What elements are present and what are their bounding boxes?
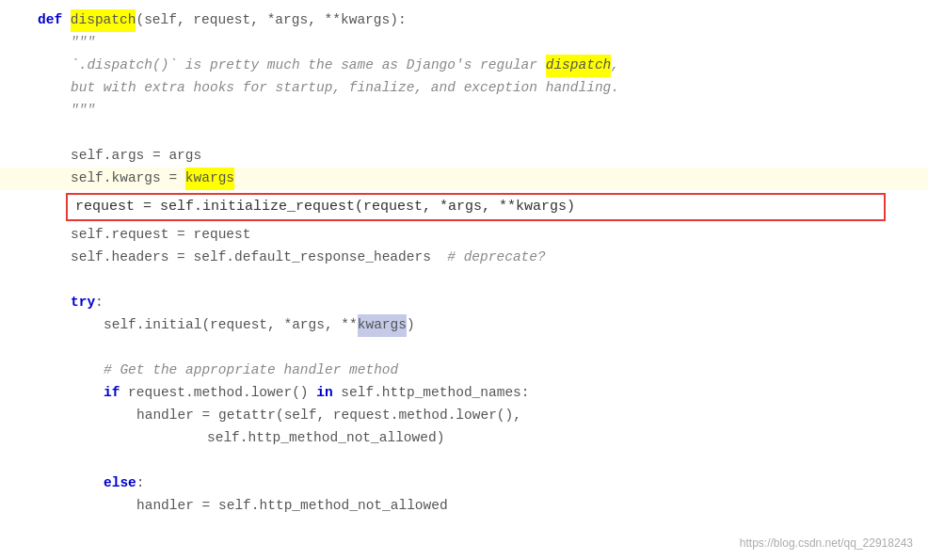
- docstring-close: """: [71, 100, 95, 121]
- colon-try: :: [95, 292, 104, 313]
- colon-else: :: [136, 472, 145, 494]
- line-try: try:: [0, 292, 928, 314]
- code-container: def dispatch(self, request, *args, **kwa…: [0, 0, 928, 560]
- line-docstring-open: """: [0, 32, 928, 55]
- code-text-self-request: self.request = request: [71, 224, 250, 246]
- keyword-try: try: [71, 292, 95, 313]
- line-handler-not-allowed: handler = self.http_method_not_allowed: [0, 495, 928, 518]
- docstring-open: """: [71, 32, 95, 54]
- line-kwargs: self.kwargs = kwargs: [0, 168, 928, 190]
- code-text-handler-default: self.http_method_not_allowed): [207, 427, 444, 449]
- highlight-dispatch: dispatch: [71, 9, 136, 31]
- keyword-in: in: [316, 382, 332, 404]
- line-def: def dispatch(self, request, *args, **kwa…: [0, 9, 928, 32]
- line-blank3: [0, 337, 928, 360]
- code-block: def dispatch(self, request, *args, **kwa…: [0, 9, 928, 518]
- code-text-args: self.args = args: [71, 145, 201, 167]
- line-comment-handler: # Get the appropriate handler method: [0, 360, 928, 382]
- line-headers: self.headers = self.default_response_hea…: [0, 247, 928, 269]
- normal-text: (self, request, *args, **kwargs):: [136, 9, 406, 31]
- line-if: if request.method.lower() in self.http_m…: [0, 382, 928, 405]
- line-args: self.args = args: [0, 145, 928, 168]
- highlight-kwargs-blue: kwargs: [358, 314, 407, 336]
- code-text-handler-assign: handler = getattr(self, request.method.l…: [136, 405, 521, 426]
- line-initial: self.initial(request, *args, **kwargs): [0, 314, 928, 337]
- line-self-request: self.request = request: [0, 224, 928, 247]
- watermark: https://blog.csdn.net/qq_22918243: [740, 535, 913, 552]
- highlight-kwargs: kwargs: [185, 168, 234, 189]
- doc-text-2: but with extra hooks for startup, finali…: [71, 77, 619, 99]
- line-blank4: [0, 450, 928, 472]
- line-blank1: [0, 122, 928, 145]
- code-text-init-request: request = self.initialize_request(reques…: [75, 199, 575, 215]
- code-text-initial-post: ): [407, 314, 415, 336]
- keyword-else: else: [104, 472, 136, 494]
- code-text-handler-not-allowed: handler = self.http_method_not_allowed: [136, 495, 448, 517]
- line-handler-assign: handler = getattr(self, request.method.l…: [0, 405, 928, 427]
- keyword-if: if: [104, 382, 120, 404]
- line-doc2: but with extra hooks for startup, finali…: [0, 77, 928, 100]
- doc-text-1: `.dispatch()` is pretty much the same as…: [71, 55, 546, 76]
- line-blank2: [0, 269, 928, 292]
- line-else: else:: [0, 472, 928, 495]
- line-doc1: `.dispatch()` is pretty much the same as…: [0, 55, 928, 77]
- highlight-dispatch-2: dispatch: [546, 55, 612, 76]
- code-text-headers: self.headers = self.default_response_hea…: [71, 247, 546, 268]
- doc-comma: ,: [611, 55, 619, 76]
- code-text-if-post: self.http_method_names:: [333, 382, 530, 404]
- code-text-if-pre: request.method.lower(): [120, 382, 316, 404]
- comment-handler: # Get the appropriate handler method: [104, 360, 398, 381]
- line-docstring-close: """: [0, 100, 928, 122]
- boxed-line: request = self.initialize_request(reques…: [66, 193, 886, 221]
- code-text-initial-pre: self.initial(request, *args, **: [104, 314, 358, 336]
- line-handler-default: self.http_method_not_allowed): [0, 427, 928, 450]
- keyword-def: def: [38, 9, 71, 31]
- code-text-kwargs-pre: self.kwargs =: [71, 168, 185, 189]
